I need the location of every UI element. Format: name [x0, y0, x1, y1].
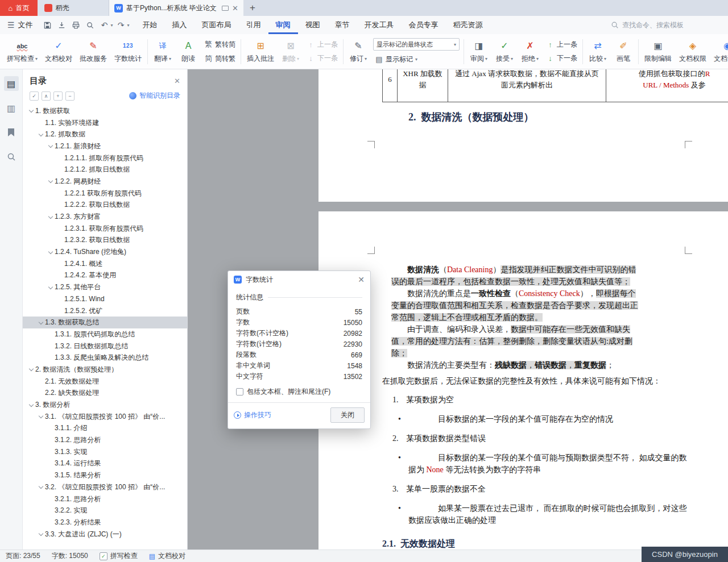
home-tab[interactable]: ⌂ 首页: [0, 0, 38, 16]
simp-to-trad-button[interactable]: 简简转繁: [202, 53, 237, 64]
tips-link[interactable]: 操作技巧: [234, 410, 271, 420]
chevron-down-icon[interactable]: [47, 251, 55, 253]
toc-item[interactable]: 1.3.1. 股票代码抓取的总结: [23, 328, 187, 340]
accept-change-button[interactable]: ✓接受▾: [492, 36, 517, 67]
correction-service-button[interactable]: ✎批改服务: [76, 36, 110, 67]
review-mode-button[interactable]: ◨审阅▾: [466, 36, 491, 67]
doc-proof-button[interactable]: ✓文档校对: [42, 36, 76, 67]
toc-item[interactable]: 3.1.5. 结果分析: [23, 469, 187, 481]
toc-item[interactable]: 1.2.4.2. 基本使用: [23, 270, 187, 282]
close-icon[interactable]: ✕: [358, 275, 365, 284]
navigation-pane-button[interactable]: ▥: [4, 101, 19, 115]
chevron-down-icon[interactable]: ▾: [111, 23, 113, 28]
chevron-down-icon[interactable]: [37, 486, 45, 488]
spellcheck-toggle[interactable]: ✓ 拼写检查: [100, 551, 138, 561]
menu-tab-会员专享[interactable]: 会员专享: [402, 16, 446, 34]
menu-tab-引用[interactable]: 引用: [239, 16, 268, 34]
file-menu-button[interactable]: ☰ 文件: [0, 20, 40, 30]
find-pane-button[interactable]: [4, 149, 19, 164]
toc-item[interactable]: 2.1. 无效数据处理: [23, 376, 187, 388]
chevron-down-icon[interactable]: [47, 286, 55, 289]
toc-item[interactable]: 1.2.3. 东方财富: [23, 211, 187, 223]
toc-item[interactable]: 1.2.3.1. 获取所有股票代码: [23, 223, 187, 235]
toc-item[interactable]: 1.2.5.2. 优矿: [23, 305, 187, 317]
chevron-down-icon[interactable]: [27, 404, 35, 406]
toc-item[interactable]: 3. 数据分析: [23, 399, 187, 411]
chevron-down-icon[interactable]: [47, 216, 55, 218]
print-button[interactable]: [70, 19, 82, 31]
toc-item[interactable]: 1.2.1.2. 抓取日线数据: [23, 164, 187, 176]
toc-item[interactable]: 1.2.5.1. Wind: [23, 293, 187, 305]
menu-tab-章节[interactable]: 章节: [328, 16, 357, 34]
toc-item[interactable]: 1. 数据获取: [23, 105, 187, 117]
doc-tab-preview-icon[interactable]: [222, 6, 229, 11]
reject-change-button[interactable]: ✗拒绝▾: [518, 36, 543, 67]
show-markup-button[interactable]: ▤显示标记▾: [373, 54, 460, 65]
export-button[interactable]: [56, 19, 68, 31]
prev-change-button[interactable]: ↑上一条: [544, 39, 579, 50]
next-change-button[interactable]: ↓下一条: [544, 53, 579, 64]
toc-item[interactable]: 1.2.2.2. 获取日线数据: [23, 199, 187, 211]
toc-item[interactable]: 2. 数据清洗（数据预处理）: [23, 364, 187, 376]
save-button[interactable]: [42, 19, 54, 31]
toc-item[interactable]: 3.3. 大盘进出 (ZLJC) (一): [23, 528, 187, 540]
toc-item[interactable]: 3.1.4. 运行结果: [23, 458, 187, 470]
restrict-editing-button[interactable]: ▣限制编辑: [641, 36, 675, 67]
redo-button[interactable]: ↷: [115, 19, 127, 31]
document-page-2[interactable]: 数据清洗（Data Cleaning）是指发现并纠正数据文件中可识别的错误的最后…: [318, 211, 728, 549]
toc-item[interactable]: 3.2. 《胡立阳股票投资 100 招》 由“价...: [23, 481, 187, 493]
word-count-indicator[interactable]: 字数: 15050: [52, 551, 88, 561]
chevron-down-icon[interactable]: ▾: [127, 23, 130, 28]
chevron-down-icon[interactable]: [47, 180, 55, 182]
toc-item[interactable]: 3.1. 《胡立阳股票投资 100 招》 由“价...: [23, 411, 187, 423]
smart-toc-button[interactable]: 智能识别目录: [129, 91, 180, 101]
document-page-1[interactable]: 6 XHR 加载数据 通过 Ajax 请求获取数据，数据不能直接从页面元素内解析…: [318, 69, 728, 202]
markup-state-select[interactable]: 显示标记的最终状态▾: [373, 38, 460, 51]
menu-tab-页面布局[interactable]: 页面布局: [195, 16, 239, 34]
close-icon[interactable]: ✕: [174, 77, 180, 85]
bookmark-pane-button[interactable]: [4, 125, 19, 140]
toc-item[interactable]: 3.2.1. 思路分析: [23, 493, 187, 505]
chevron-down-icon[interactable]: [37, 533, 45, 535]
toc-locate-button[interactable]: ✓: [30, 91, 39, 101]
word-count-button[interactable]: 123字数统计: [111, 36, 145, 67]
toc-expand-button[interactable]: +: [53, 91, 63, 101]
toc-item[interactable]: 2.2. 缺失数据处理: [23, 388, 187, 399]
toc-collapse-all-button[interactable]: ∧: [42, 91, 51, 101]
chevron-down-icon[interactable]: [37, 134, 45, 136]
command-search[interactable]: 查找命令、搜索模板: [611, 20, 684, 30]
toc-item[interactable]: 3.2.2. 实现: [23, 505, 187, 517]
toc-item[interactable]: 1.2.1. 新浪财经: [23, 140, 187, 152]
compare-button[interactable]: ⇄比较▾: [585, 36, 610, 67]
document-tab[interactable]: W 基于Python...析系统 毕业论文 ✕: [109, 0, 243, 16]
toc-item[interactable]: 1.2. 抓取数据: [23, 128, 187, 140]
toc-item[interactable]: 1.3. 数据获取总结: [23, 317, 187, 328]
translate-button[interactable]: 译翻译▾: [150, 36, 175, 67]
print-preview-button[interactable]: [84, 19, 97, 31]
chevron-down-icon[interactable]: [27, 368, 35, 370]
track-changes-button[interactable]: ✎修订▾: [346, 36, 371, 67]
toc-item[interactable]: 1.2.2. 网易财经: [23, 176, 187, 188]
menu-tab-开发工具[interactable]: 开发工具: [357, 16, 402, 34]
docer-tab[interactable]: 稻壳: [38, 0, 109, 16]
menu-tab-插入[interactable]: 插入: [165, 16, 195, 34]
toc-collapse-button[interactable]: −: [65, 91, 75, 101]
toc-item[interactable]: 1.1. 实验环境搭建: [23, 117, 187, 129]
toc-item[interactable]: 1.2.1.1. 抓取所有股票代码: [23, 152, 187, 164]
toc-pane-button[interactable]: ▤: [4, 76, 19, 91]
brush-button[interactable]: ✐画笔: [611, 36, 636, 67]
menu-tab-视图[interactable]: 视图: [298, 16, 328, 34]
doc-certify-button[interactable]: ◉文档认证: [710, 36, 728, 67]
chevron-down-icon[interactable]: [37, 322, 45, 324]
chevron-down-icon[interactable]: [37, 415, 45, 418]
proofread-toggle[interactable]: ▤ 文档校对: [149, 551, 185, 561]
undo-button[interactable]: ↶: [98, 19, 111, 31]
insert-comment-button[interactable]: ⊞插入批注: [243, 36, 278, 67]
menu-tab-审阅[interactable]: 审阅: [268, 16, 298, 34]
close-icon[interactable]: ✕: [232, 4, 238, 13]
menu-tab-稻壳资源[interactable]: 稻壳资源: [446, 16, 490, 34]
toc-item[interactable]: 1.2.4. TuShare (挖地兔): [23, 246, 187, 258]
trad-to-simp-button[interactable]: 繁繁转简: [202, 39, 237, 50]
toc-item[interactable]: 1.3.2. 日线数据抓取总结: [23, 340, 187, 352]
toc-item[interactable]: 1.3.3. 反爬虫策略及解决的总结: [23, 352, 187, 364]
